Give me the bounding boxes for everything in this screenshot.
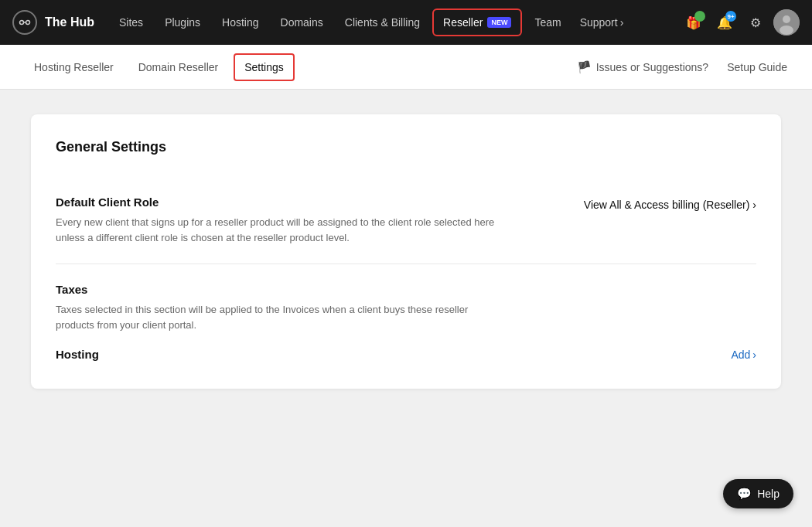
nav-item-clients-billing[interactable]: Clients & Billing xyxy=(336,10,429,35)
nav-item-reseller[interactable]: Reseller NEW xyxy=(432,8,522,36)
add-label: Add xyxy=(731,348,750,361)
nav-item-sites[interactable]: Sites xyxy=(110,10,152,35)
flag-icon: 🏴 xyxy=(577,60,592,74)
app-title: The Hub xyxy=(45,15,94,29)
svg-point-1 xyxy=(26,21,30,25)
view-all-access-billing-link[interactable]: View All & Access billing (Reseller) › xyxy=(584,196,756,211)
gift-badge xyxy=(694,11,705,22)
logo-icon xyxy=(12,10,37,35)
settings-button[interactable]: ⚙ xyxy=(742,9,769,36)
nav-item-domains[interactable]: Domains xyxy=(271,10,333,35)
support-chevron: › xyxy=(620,16,624,29)
setup-guide-link[interactable]: Setup Guide xyxy=(727,61,787,73)
gear-icon: ⚙ xyxy=(750,15,761,30)
issues-suggestions-link[interactable]: 🏴 Issues or Suggestions? xyxy=(577,60,709,74)
support-label: Support xyxy=(580,16,618,29)
sub-nav-hosting-reseller[interactable]: Hosting Reseller xyxy=(25,55,123,80)
reseller-label: Reseller xyxy=(443,16,483,29)
setup-guide-label: Setup Guide xyxy=(727,61,787,73)
help-label: Help xyxy=(757,488,780,500)
default-client-role-desc: Every new client that signs up for a res… xyxy=(56,215,504,245)
svg-point-4 xyxy=(783,15,790,23)
hosting-row: Hosting Add › xyxy=(56,332,756,364)
main-content: General Settings Default Client Role Eve… xyxy=(0,90,812,413)
default-client-role-left: Default Client Role Every new client tha… xyxy=(56,196,504,245)
navbar: The Hub Sites Plugins Hosting Domains Cl… xyxy=(0,0,812,45)
svg-point-5 xyxy=(780,26,793,35)
issues-suggestions-label: Issues or Suggestions? xyxy=(596,61,709,73)
app-logo[interactable]: The Hub xyxy=(12,10,94,35)
sub-nav-right: 🏴 Issues or Suggestions? Setup Guide xyxy=(577,60,787,74)
taxes-section: Taxes Taxes selected in this section wil… xyxy=(56,264,756,364)
taxes-title: Taxes xyxy=(56,283,756,296)
taxes-desc: Taxes selected in this section will be a… xyxy=(56,302,504,332)
nav-item-hosting[interactable]: Hosting xyxy=(213,10,268,35)
view-all-label: View All & Access billing (Reseller) xyxy=(584,199,750,211)
sub-nav-settings[interactable]: Settings xyxy=(234,53,295,81)
nav-icons: 🎁 🔔 9+ ⚙ xyxy=(681,9,800,36)
sub-nav-domain-reseller[interactable]: Domain Reseller xyxy=(129,55,227,80)
nav-item-team[interactable]: Team xyxy=(525,10,570,35)
help-button[interactable]: 💬 Help xyxy=(723,479,793,508)
notification-count: 9+ xyxy=(725,11,736,22)
help-chat-icon: 💬 xyxy=(737,487,752,501)
reseller-badge: NEW xyxy=(487,17,511,28)
default-client-role-title: Default Client Role xyxy=(56,196,504,209)
avatar[interactable] xyxy=(773,9,800,36)
hosting-label: Hosting xyxy=(56,348,99,361)
add-hosting-link[interactable]: Add › xyxy=(731,348,756,361)
gift-button[interactable]: 🎁 xyxy=(681,9,707,36)
nav-item-support[interactable]: Support › xyxy=(574,10,630,35)
default-client-role-section: Default Client Role Every new client tha… xyxy=(56,177,756,264)
general-settings-card: General Settings Default Client Role Eve… xyxy=(31,114,781,389)
action-chevron: › xyxy=(752,199,756,211)
add-chevron: › xyxy=(752,348,756,361)
sub-navbar: Hosting Reseller Domain Reseller Setting… xyxy=(0,45,812,90)
card-title: General Settings xyxy=(56,139,756,155)
nav-item-plugins[interactable]: Plugins xyxy=(155,10,210,35)
notifications-button[interactable]: 🔔 9+ xyxy=(711,9,738,36)
svg-point-0 xyxy=(20,21,24,25)
